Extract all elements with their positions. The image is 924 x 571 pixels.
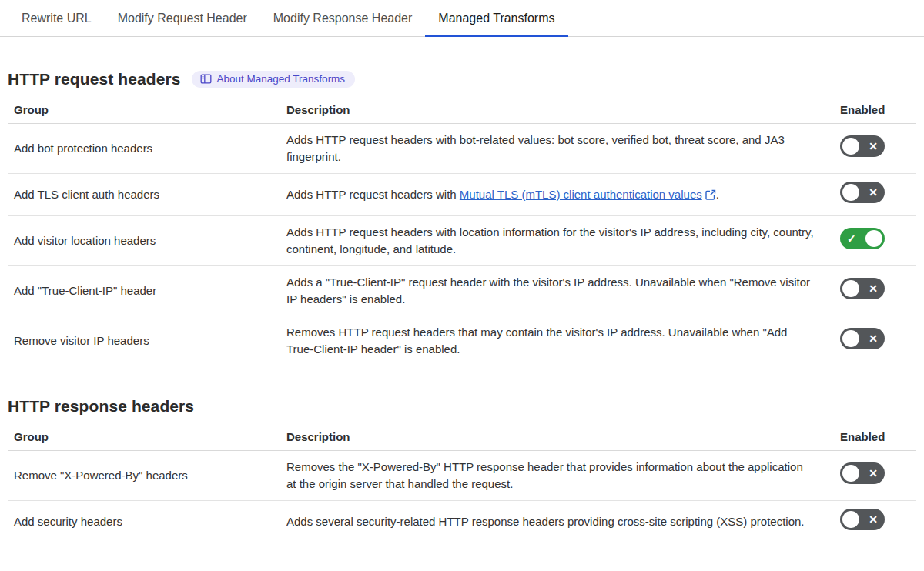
description-cell: Adds HTTP request headers with location … <box>280 216 834 266</box>
request-headers-table: Group Description Enabled Add bot protec… <box>8 97 916 366</box>
toggle-state-icon: ✕ <box>869 468 878 479</box>
toggle-knob <box>842 184 859 201</box>
toggle-knob <box>842 465 859 482</box>
group-cell: Add security headers <box>8 501 280 543</box>
group-cell: Remove visitor IP headers <box>8 316 280 366</box>
tab-managed-transforms[interactable]: Managed Transforms <box>425 1 567 37</box>
toggle-state-icon: ✕ <box>869 141 878 152</box>
table-row: Remove "X-Powered-By" headers Removes th… <box>8 451 916 501</box>
enabled-toggle[interactable]: ✓ <box>840 228 885 249</box>
description-cell: Removes HTTP request headers that may co… <box>280 316 834 366</box>
column-header-enabled: Enabled <box>834 424 916 451</box>
about-badge-label: About Managed Transforms <box>217 74 346 85</box>
table-header-row: Group Description Enabled <box>8 97 916 124</box>
description-cell: Adds a "True-Client-IP" request header w… <box>280 266 834 316</box>
description-cell: Adds HTTP request headers with bot-relat… <box>280 124 834 174</box>
toggle-knob <box>842 511 859 528</box>
response-headers-title: HTTP response headers <box>8 397 194 416</box>
enabled-toggle[interactable]: ✕ <box>840 462 885 484</box>
description-cell: Adds HTTP request headers with Mutual TL… <box>280 174 834 216</box>
table-row: Add visitor location headers Adds HTTP r… <box>8 216 916 266</box>
toggle-state-icon: ✕ <box>869 333 878 344</box>
tab-rewrite-url[interactable]: Rewrite URL <box>8 1 105 37</box>
toggle-state-icon: ✕ <box>869 187 878 198</box>
toggle-knob <box>865 230 882 247</box>
table-header-row: Group Description Enabled <box>8 424 916 451</box>
column-header-description: Description <box>280 424 834 451</box>
table-row: Remove visitor IP headers Removes HTTP r… <box>8 316 916 366</box>
toggle-knob <box>842 330 859 347</box>
tab-modify-request-header[interactable]: Modify Request Header <box>105 1 260 37</box>
group-cell: Add TLS client auth headers <box>8 174 280 216</box>
toggle-knob <box>842 138 859 155</box>
column-header-enabled: Enabled <box>834 97 916 124</box>
toggle-knob <box>842 280 859 297</box>
description-link[interactable]: Mutual TLS (mTLS) client authentication … <box>460 188 702 201</box>
enabled-toggle[interactable]: ✕ <box>840 328 885 349</box>
request-headers-title: HTTP request headers <box>8 70 181 88</box>
table-row: Add security headers Adds several securi… <box>8 501 916 543</box>
enabled-toggle[interactable]: ✕ <box>840 135 885 157</box>
table-row: Add "True-Client-IP" header Adds a "True… <box>8 266 916 316</box>
group-cell: Remove "X-Powered-By" headers <box>8 451 280 501</box>
group-cell: Add visitor location headers <box>8 216 280 266</box>
column-header-group: Group <box>8 97 280 124</box>
description-cell: Removes the "X-Powered-By" HTTP response… <box>280 451 834 501</box>
description-cell: Adds several security-related HTTP respo… <box>280 501 834 543</box>
tab-modify-response-header[interactable]: Modify Response Header <box>260 1 426 37</box>
group-cell: Add "True-Client-IP" header <box>8 266 280 316</box>
table-row: Add TLS client auth headers Adds HTTP re… <box>8 174 916 216</box>
toggle-state-icon: ✓ <box>847 233 856 244</box>
column-header-group: Group <box>8 424 280 451</box>
table-row: Add bot protection headers Adds HTTP req… <box>8 124 916 174</box>
column-header-description: Description <box>280 97 834 124</box>
enabled-toggle[interactable]: ✕ <box>840 509 885 530</box>
toggle-state-icon: ✕ <box>869 283 878 294</box>
external-link-icon <box>705 189 716 200</box>
enabled-toggle[interactable]: ✕ <box>840 278 885 299</box>
toggle-state-icon: ✕ <box>869 514 878 525</box>
book-icon <box>200 74 212 84</box>
about-managed-transforms-link[interactable]: About Managed Transforms <box>192 71 356 88</box>
group-cell: Add bot protection headers <box>8 124 280 174</box>
transform-rules-tabbar: Rewrite URLModify Request HeaderModify R… <box>0 0 924 37</box>
response-headers-table: Group Description Enabled Remove "X-Powe… <box>8 424 916 543</box>
managed-transforms-panel: HTTP request headers About Managed Trans… <box>0 70 924 543</box>
enabled-toggle[interactable]: ✕ <box>840 182 885 203</box>
